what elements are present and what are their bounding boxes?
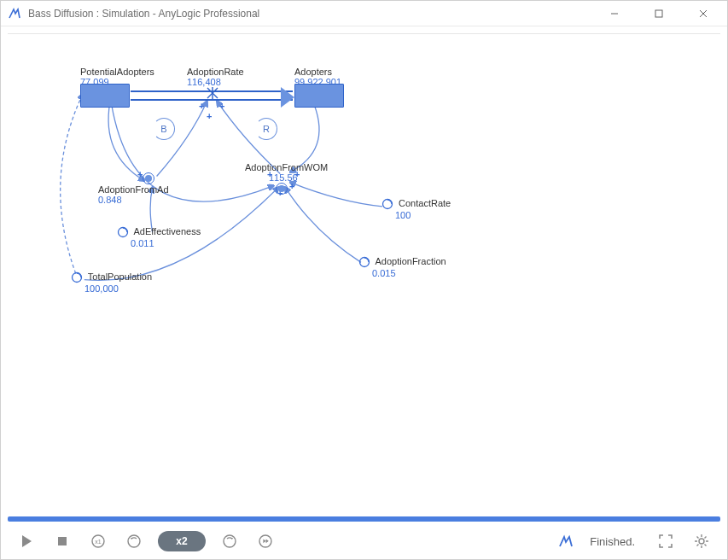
stop-button[interactable]: [50, 529, 74, 553]
maximize-button[interactable]: [640, 2, 678, 26]
aux-value: 100: [395, 210, 451, 220]
aux-total-population[interactable]: TotalPopulation 100,000: [71, 271, 152, 294]
valve-icon: [207, 87, 218, 99]
titlebar: Bass Diffusion : Simulation - AnyLogic P…: [1, 1, 727, 26]
aux-label: AdoptionFraction: [375, 256, 446, 266]
play-button[interactable]: [15, 529, 38, 553]
aux-adoption-from-ad[interactable]: AdoptionFromAd 0.848: [143, 172, 169, 205]
speed-indicator[interactable]: x2: [158, 531, 206, 551]
parameter-icon: [358, 256, 370, 268]
simulation-toolbar: x1 x2 Finished.: [1, 523, 727, 559]
speed-x1-button[interactable]: x1: [86, 529, 110, 553]
anylogic-icon[interactable]: [554, 529, 578, 553]
aux-label: AdEffectiveness: [133, 226, 201, 236]
aux-contact-rate[interactable]: ContactRate 100: [381, 198, 451, 220]
stock-label: Adopters: [294, 67, 344, 77]
speed-up-button[interactable]: [218, 529, 242, 553]
polarity-plus: +: [207, 111, 212, 121]
aux-label: AdoptionFromAd: [98, 184, 169, 195]
aux-value: 0.848: [98, 195, 169, 205]
loop-balancing: B: [153, 118, 175, 140]
flow-label-adoption-rate[interactable]: AdoptionRate 116,408: [187, 67, 244, 87]
flow-value: 116,408: [187, 77, 244, 87]
aux-value: 0.015: [372, 268, 446, 278]
stock-label: PotentialAdopters: [80, 67, 154, 77]
polarity-plus: +: [219, 101, 224, 111]
aux-label: ContactRate: [399, 198, 451, 208]
close-button[interactable]: [684, 2, 722, 26]
minimize-button[interactable]: [596, 2, 633, 26]
flow-label: AdoptionRate: [187, 67, 244, 77]
progress-fill: [8, 516, 720, 522]
window-title: Bass Diffusion : Simulation - AnyLogic P…: [28, 8, 596, 20]
aux-label: AdoptionFromWOM: [245, 162, 328, 172]
svg-point-12: [128, 535, 140, 547]
loop-label-B: B: [160, 124, 166, 134]
svg-text:x1: x1: [95, 539, 102, 545]
speed-label: x2: [176, 535, 187, 547]
settings-button[interactable]: [690, 529, 713, 553]
svg-point-15: [699, 539, 704, 544]
aux-icon: [143, 172, 154, 184]
aux-value: 100,000: [84, 283, 152, 294]
aux-value: 0.011: [131, 238, 201, 248]
loop-label-R: R: [263, 124, 270, 134]
simulation-canvas[interactable]: PotentialAdopters 77,099 Adopters 99,922…: [8, 33, 720, 516]
stock-icon: [80, 84, 130, 108]
aux-adoption-fraction[interactable]: AdoptionFraction 0.015: [358, 256, 446, 278]
aux-icon: [276, 183, 288, 195]
svg-rect-1: [655, 10, 662, 17]
simulation-progress-bar[interactable]: [8, 516, 720, 522]
loop-reinforcing: R: [255, 118, 277, 140]
slow-down-button[interactable]: [122, 529, 146, 553]
stock-potential-adopters[interactable]: PotentialAdopters 77,099: [80, 67, 154, 108]
stock-adopters[interactable]: Adopters 99,922,901: [294, 67, 344, 108]
simulation-status: Finished.: [590, 535, 635, 548]
aux-ad-effectiveness[interactable]: AdEffectiveness 0.011: [117, 226, 201, 248]
aux-label: TotalPopulation: [88, 271, 152, 282]
app-icon: [8, 7, 21, 20]
aux-adoption-from-wom[interactable]: AdoptionFromWOM 115.56: [245, 162, 328, 195]
parameter-icon: [71, 271, 83, 283]
stock-icon: [294, 84, 344, 108]
aux-value: 115.56: [269, 172, 328, 183]
svg-point-13: [224, 535, 236, 547]
parameter-icon: [381, 198, 393, 210]
parameter-icon: [117, 226, 129, 238]
fullscreen-button[interactable]: [654, 529, 678, 553]
polarity-plus: +: [199, 101, 204, 111]
svg-rect-9: [58, 537, 67, 545]
fast-forward-button[interactable]: [253, 529, 277, 553]
